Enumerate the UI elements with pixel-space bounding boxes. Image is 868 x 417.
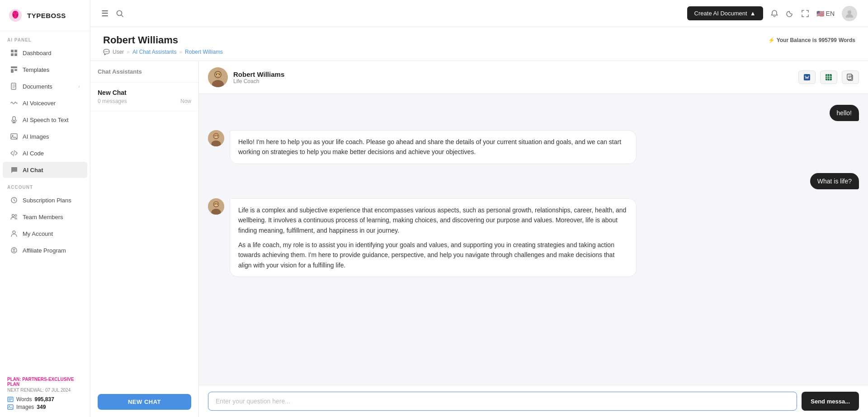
bell-icon[interactable] xyxy=(770,9,778,18)
chevron-up-icon: ▲ xyxy=(750,10,756,17)
svg-point-45 xyxy=(214,136,215,136)
sidebar-item-team[interactable]: Team Members xyxy=(3,209,87,225)
svg-rect-7 xyxy=(11,66,17,68)
sidebar-item-team-label: Team Members xyxy=(23,214,63,220)
svg-point-18 xyxy=(12,215,14,217)
user-message-1: hello! xyxy=(208,105,859,121)
assistant-para-2: As a life coach, my role is to assist yo… xyxy=(238,240,628,270)
breadcrumb-sep-2: » xyxy=(179,49,182,55)
doc-icon xyxy=(10,82,18,90)
credits-plan-label: PLAN: xyxy=(7,377,21,382)
svg-rect-34 xyxy=(826,74,832,80)
assistant-message-1: Hello! I'm here to help you as your life… xyxy=(208,130,859,164)
send-message-button[interactable]: Send messa... xyxy=(802,392,859,411)
create-ai-document-button[interactable]: Create AI Document ▲ xyxy=(687,6,763,20)
language-selector[interactable]: 🇺🇸 EN xyxy=(816,10,835,17)
export-doc-button-3[interactable] xyxy=(842,70,859,84)
chat-sidebar-header: Chat Assistants xyxy=(90,61,198,83)
wave-icon xyxy=(10,99,18,107)
avatar-svg-sm xyxy=(208,130,224,146)
avatar-svg xyxy=(208,67,228,87)
sidebar-item-dashboard-label: Dashboard xyxy=(23,50,52,56)
content-area: Chat Assistants New Chat 0 messages Now … xyxy=(90,61,868,417)
sidebar-item-ai-chat[interactable]: AI Chat xyxy=(3,162,87,178)
word-doc-icon xyxy=(803,74,811,81)
team-icon xyxy=(10,213,18,221)
export-doc-button-1[interactable] xyxy=(798,70,816,84)
words-icon xyxy=(7,396,14,403)
bolt-icon: ⚡ xyxy=(768,37,775,43)
new-chat-button[interactable]: NEW CHAT xyxy=(98,394,191,410)
credits-images-label: Images xyxy=(16,404,34,410)
credits-words-row: Words 995,837 xyxy=(7,396,83,403)
chat-main: Robert Williams Life Coach xyxy=(199,61,868,417)
sidebar-item-ai-code[interactable]: AI Code xyxy=(3,145,87,161)
credits-words-label: Words xyxy=(16,396,32,403)
sheets-icon xyxy=(825,74,832,81)
sidebar-section-ai: AI PANEL Dashboard Templates Documents ›… xyxy=(0,31,90,178)
sidebar-item-ai-images[interactable]: AI Images xyxy=(3,128,87,145)
sidebar-item-dashboard[interactable]: Dashboard xyxy=(3,45,87,61)
page-title: Robert Williams xyxy=(103,34,178,46)
svg-point-2 xyxy=(16,14,18,17)
menu-icon[interactable]: ☰ xyxy=(101,9,108,19)
sidebar: TYPEBOSS AI PANEL Dashboard Templates Do… xyxy=(0,0,90,417)
sidebar-item-documents-label: Documents xyxy=(23,83,52,90)
plans-icon xyxy=(10,196,18,204)
fullscreen-icon[interactable] xyxy=(801,9,809,18)
export-doc-button-2[interactable] xyxy=(820,70,837,84)
sidebar-item-ai-speech[interactable]: AI Speech to Text xyxy=(3,112,87,128)
sidebar-item-ai-speech-label: AI Speech to Text xyxy=(23,117,69,123)
chat-input[interactable] xyxy=(208,392,797,411)
logo-icon xyxy=(7,7,24,23)
sidebar-item-ai-voiceover[interactable]: AI Voiceover xyxy=(3,95,87,111)
search-icon[interactable] xyxy=(116,9,124,18)
user-bubble-1: hello! xyxy=(830,105,859,121)
sidebar-item-subscription-label: Subscription Plans xyxy=(23,197,71,204)
sidebar-item-affiliate[interactable]: Affiliate Program xyxy=(3,242,87,258)
svg-point-26 xyxy=(848,10,851,14)
sidebar-item-ai-code-label: AI Code xyxy=(23,150,44,157)
user-message-2: What is life? xyxy=(208,173,859,189)
svg-rect-4 xyxy=(14,50,17,52)
chat-header: Robert Williams Life Coach xyxy=(199,61,868,94)
page-title-row: Robert Williams ⚡ Your Balance is 995799… xyxy=(103,34,855,46)
chat-list-item[interactable]: New Chat 0 messages Now xyxy=(90,83,198,111)
avatar-svg-sm-2 xyxy=(208,198,224,215)
chat-messages-count: 0 messages xyxy=(98,98,127,104)
breadcrumb-ai-chat-assistants[interactable]: AI Chat Assistants xyxy=(132,49,176,55)
moon-icon[interactable] xyxy=(786,9,794,18)
images-icon xyxy=(7,404,14,410)
user-avatar[interactable] xyxy=(842,6,857,21)
assistant-name: Robert Williams xyxy=(233,70,284,78)
credits-renewal: NEXT RENEWAL: 07 JUL 2024 xyxy=(7,388,83,393)
image-icon xyxy=(10,132,18,141)
sidebar-item-account[interactable]: My Account xyxy=(3,225,87,242)
account-icon xyxy=(10,230,18,238)
sidebar-item-documents[interactable]: Documents › xyxy=(3,78,87,94)
sidebar-section-account: ACCOUNT Subscription Plans Team Members … xyxy=(0,178,90,259)
assistant-role: Life Coach xyxy=(233,78,284,84)
balance-display: ⚡ Your Balance is 995799 Words xyxy=(768,37,855,43)
sidebar-item-subscription[interactable]: Subscription Plans xyxy=(3,192,87,208)
code-icon xyxy=(10,149,18,157)
svg-rect-9 xyxy=(14,69,17,71)
breadcrumb: 💬 User » AI Chat Assistants » Robert Wil… xyxy=(103,49,855,55)
logo-text: TYPEBOSS xyxy=(27,12,66,19)
messages-area: hello! xyxy=(199,94,868,385)
sidebar-item-account-label: My Account xyxy=(23,230,53,237)
svg-point-19 xyxy=(15,215,17,216)
svg-rect-5 xyxy=(11,53,14,56)
svg-rect-23 xyxy=(8,405,13,409)
balance-amount: 995799 xyxy=(819,37,837,43)
svg-rect-11 xyxy=(13,117,15,121)
chat-list-item-meta: 0 messages Now xyxy=(98,98,191,104)
grid-icon xyxy=(10,49,18,57)
breadcrumb-ai-chat-label: AI Chat Assistants xyxy=(132,49,176,55)
assistant-para-1: Life is a complex and subjective experie… xyxy=(238,205,628,235)
svg-point-25 xyxy=(117,10,122,15)
logo[interactable]: TYPEBOSS xyxy=(0,0,90,31)
chat-header-info: Robert Williams Life Coach xyxy=(208,67,284,87)
sidebar-item-templates[interactable]: Templates xyxy=(3,61,87,78)
chat-icon xyxy=(10,166,18,174)
